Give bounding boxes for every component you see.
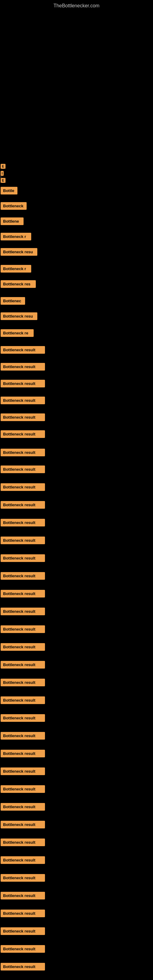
bottleneck-result-item[interactable]: Bottleneck result	[1, 910, 45, 917]
bottleneck-result-item[interactable]: Bottleneck result	[1, 750, 45, 757]
bottleneck-result-item[interactable]: Bottleneck result	[1, 803, 45, 811]
bottleneck-result-item[interactable]: Bottleneck result	[1, 346, 45, 354]
bottleneck-result-item[interactable]: Bottleneck result	[1, 572, 45, 580]
bottleneck-result-item[interactable]: Bottleneck result	[1, 466, 45, 473]
bottleneck-result-item[interactable]: Bottleneck	[1, 202, 27, 210]
bottleneck-result-item[interactable]: Bottleneck result	[1, 856, 45, 864]
bottleneck-result-item[interactable]: Bottlenec	[1, 297, 25, 305]
bottleneck-result-item[interactable]: Bottleneck result	[1, 554, 45, 562]
bottleneck-result-item[interactable]: Bottleneck result	[1, 483, 45, 491]
bottleneck-result-item[interactable]: Bottleneck result	[1, 874, 45, 882]
bottleneck-result-item[interactable]: Bottleneck r	[1, 265, 31, 272]
bottleneck-result-item[interactable]: Bottleneck result	[1, 363, 45, 371]
bottleneck-result-item[interactable]: Bottleneck res	[1, 280, 36, 288]
small-label-3: E	[1, 178, 5, 183]
bottleneck-result-item[interactable]: Bottleneck result	[1, 928, 45, 935]
bottleneck-result-item[interactable]: Bottle	[1, 187, 18, 194]
bottleneck-result-item[interactable]: Bottleneck result	[1, 821, 45, 829]
bottleneck-result-item[interactable]: Bottleneck result	[1, 449, 45, 456]
bottleneck-result-item[interactable]: Bottleneck result	[1, 501, 45, 509]
bottleneck-result-item[interactable]: Bottlene	[1, 218, 24, 225]
bottleneck-result-item[interactable]: Bottleneck result	[1, 608, 45, 615]
small-label-2: I	[1, 171, 4, 176]
bottleneck-result-item[interactable]: Bottleneck result	[1, 838, 45, 846]
bottleneck-result-item[interactable]: Bottleneck resu	[1, 248, 37, 256]
bottleneck-result-item[interactable]: Bottleneck result	[1, 625, 45, 633]
small-label-1: E	[1, 164, 5, 169]
bottleneck-result-item[interactable]: Bottleneck result	[1, 767, 45, 775]
bottleneck-result-item[interactable]: Bottleneck result	[1, 519, 45, 527]
bottleneck-result-item[interactable]: Bottleneck result	[1, 414, 45, 421]
bottleneck-result-item[interactable]: Bottleneck result	[1, 643, 45, 651]
main-chart-area	[0, 12, 153, 171]
bottleneck-result-item[interactable]: Bottleneck result	[1, 430, 45, 438]
site-title: TheBottlenecker.com	[0, 0, 153, 12]
page-container: TheBottlenecker.com E I E BottleBottlene…	[0, 0, 153, 980]
bottleneck-result-item[interactable]: Bottleneck result	[1, 945, 45, 953]
bottleneck-result-item[interactable]: Bottleneck result	[1, 536, 45, 544]
bottleneck-result-item[interactable]: Bottleneck re	[1, 329, 33, 337]
bottleneck-result-item[interactable]: Bottleneck result	[1, 380, 45, 387]
bottleneck-result-item[interactable]: Bottleneck result	[1, 679, 45, 686]
bottleneck-result-item[interactable]: Bottleneck result	[1, 785, 45, 793]
bottleneck-result-item[interactable]: Bottleneck result	[1, 697, 45, 704]
bottleneck-result-item[interactable]: Bottleneck result	[1, 963, 45, 970]
bottleneck-result-item[interactable]: Bottleneck result	[1, 732, 45, 740]
bottleneck-result-item[interactable]: Bottleneck result	[1, 661, 45, 668]
bottleneck-result-item[interactable]: Bottleneck result	[1, 892, 45, 899]
bottleneck-result-item[interactable]: Bottleneck result	[1, 714, 45, 722]
bottleneck-result-item[interactable]: Bottleneck result	[1, 396, 45, 404]
bottleneck-result-item[interactable]: Bottleneck result	[1, 590, 45, 598]
bottleneck-result-item[interactable]: Bottleneck r	[1, 233, 31, 240]
bottleneck-result-item[interactable]: Bottleneck resu	[1, 312, 37, 320]
